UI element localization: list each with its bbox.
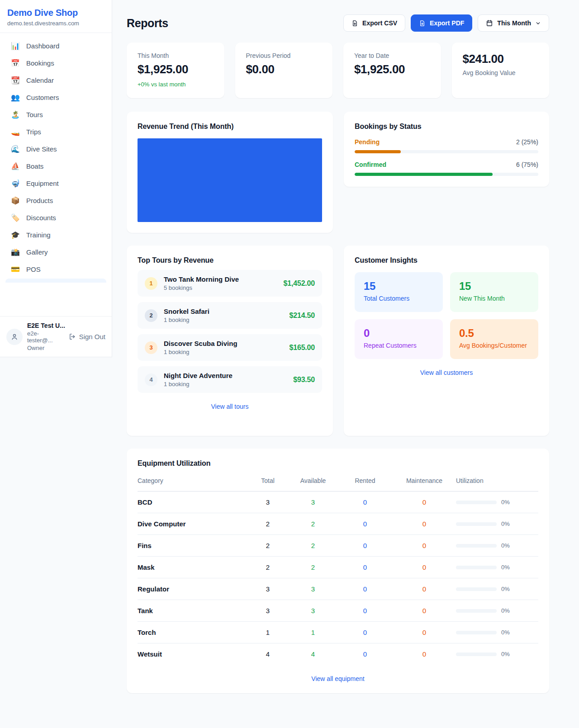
sidebar-item-boats[interactable]: ⛵ Boats [5, 158, 106, 175]
sidebar-item-equipment[interactable]: 🤿 Equipment [5, 175, 106, 192]
view-all-tours-link[interactable]: View all tours [138, 403, 322, 410]
sidebar-item-dive-sites[interactable]: 🌊 Dive Sites [5, 141, 106, 157]
stat-value: $1,925.00 [138, 62, 214, 76]
tour-row[interactable]: 4 Night Dive Adventure 1 booking $93.50 [138, 366, 322, 393]
stat-label: This Month [138, 52, 214, 59]
utilization-cell: 0% [456, 499, 538, 506]
sidebar-item-dashboard[interactable]: 📊 Dashboard [5, 38, 106, 54]
camera-icon: 📸 [11, 249, 20, 256]
tile-label: New This Month [459, 295, 529, 302]
utilization-bar [456, 652, 497, 656]
sidebar-item-bookings[interactable]: 📅 Bookings [5, 55, 106, 71]
tour-name: Night Dive Adventure [164, 372, 233, 379]
cell-available: 3 [289, 600, 337, 622]
stat-value: $0.00 [246, 62, 322, 76]
tour-bookings: 1 booking [164, 381, 233, 388]
utilization-cell: 0% [456, 629, 538, 636]
top-tours-card: Top Tours by Revenue 1 Two Tank Morning … [127, 246, 333, 436]
export-csv-button[interactable]: Export CSV [343, 14, 405, 32]
status-label: Pending [355, 138, 380, 146]
diving-mask-icon: 🤿 [11, 180, 20, 187]
cell-category: Regulator [138, 578, 247, 600]
utilization-percent: 0% [501, 651, 510, 657]
credit-card-icon: 💳 [11, 266, 20, 273]
tour-row[interactable]: 3 Discover Scuba Diving 1 booking $165.0… [138, 334, 322, 361]
tour-bookings: 1 booking [164, 317, 209, 323]
period-dropdown[interactable]: This Month [478, 14, 549, 32]
cell-available: 3 [289, 492, 337, 513]
sidebar-item-pos[interactable]: 💳 POS [5, 261, 106, 278]
cell-maintenance: 0 [393, 578, 456, 600]
bookings-by-status-title: Bookings by Status [355, 123, 538, 131]
sidebar-active-item-partial[interactable] [5, 279, 106, 283]
view-all-customers-link[interactable]: View all customers [355, 369, 538, 376]
revenue-trend-card: Revenue Trend (This Month) [127, 112, 333, 233]
stat-card-year-to-date: Year to Date $1,925.00 [343, 43, 441, 98]
rank-badge: 4 [145, 373, 157, 386]
cell-rented: 0 [337, 535, 393, 557]
utilization-percent: 0% [501, 586, 510, 592]
export-pdf-button[interactable]: Export PDF [411, 14, 472, 32]
stat-card-avg-booking-value: $241.00 Avg Booking Value [452, 43, 550, 98]
tour-row[interactable]: 2 Snorkel Safari 1 booking $214.50 [138, 302, 322, 329]
tour-name: Two Tank Morning Dive [164, 275, 239, 283]
sidebar-item-training[interactable]: 🎓 Training [5, 227, 106, 243]
stat-label: Previous Period [246, 52, 322, 59]
user-block: E2E Test U... e2e-tester@... Owner Sign … [0, 316, 112, 357]
sidebar-item-calendar[interactable]: 📆 Calendar [5, 72, 106, 89]
cell-rented: 0 [337, 600, 393, 622]
table-row: Regulator 3 3 0 0 0% [138, 578, 538, 600]
cell-category: Dive Computer [138, 513, 247, 535]
cell-available: 2 [289, 513, 337, 535]
cell-available: 3 [289, 578, 337, 600]
speedboat-icon: 🚤 [11, 128, 20, 136]
equipment-table: Category Total Available Rented Maintena… [138, 473, 538, 665]
sidebar-item-label: Dive Sites [26, 145, 57, 153]
tour-revenue: $165.00 [290, 344, 315, 352]
wave-icon: 🌊 [11, 146, 20, 153]
cell-category: BCD [138, 492, 247, 513]
cell-available: 4 [289, 643, 337, 665]
cell-category: Torch [138, 622, 247, 643]
sidebar-item-label: Equipment [26, 180, 59, 187]
sidebar-item-products[interactable]: 📦 Products [5, 192, 106, 209]
sidebar-item-label: Products [26, 197, 53, 204]
tile-repeat-customers: 0 Repeat Customers [355, 319, 443, 359]
sidebar-item-label: Training [26, 231, 51, 239]
view-all-equipment-link[interactable]: View all equipment [138, 675, 538, 682]
table-row: Dive Computer 2 2 0 0 0% [138, 513, 538, 535]
sidebar-item-gallery[interactable]: 📸 Gallery [5, 244, 106, 260]
sidebar-item-label: Dashboard [26, 42, 59, 50]
user-avatar [6, 329, 23, 345]
utilization-percent: 0% [501, 542, 510, 549]
cell-rented: 0 [337, 643, 393, 665]
tour-name: Snorkel Safari [164, 307, 209, 315]
sidebar-item-trips[interactable]: 🚤 Trips [5, 123, 106, 140]
sidebar-item-tours[interactable]: 🏝️ Tours [5, 106, 106, 123]
sidebar-item-label: Calendar [26, 76, 54, 84]
reports-page: Demo Dive Shop demo.test.divestreams.com… [0, 0, 579, 728]
tile-label: Avg Bookings/Customer [459, 342, 529, 349]
cell-rented: 0 [337, 557, 393, 578]
sailboat-icon: ⛵ [11, 163, 20, 170]
sidebar-item-customers[interactable]: 👥 Customers [5, 89, 106, 106]
cell-category: Mask [138, 557, 247, 578]
sidebar-item-label: POS [26, 265, 41, 273]
utilization-bar [456, 631, 497, 634]
stat-card-previous-period: Previous Period $0.00 [235, 43, 333, 98]
rank-badge: 3 [145, 341, 157, 354]
sidebar-item-label: Tours [26, 111, 43, 118]
sidebar-item-label: Boats [26, 162, 43, 170]
charts-row: Revenue Trend (This Month) Bookings by S… [127, 112, 549, 233]
utilization-percent: 0% [501, 564, 510, 571]
price-tag-icon: 🏷️ [11, 214, 20, 222]
cell-total: 1 [247, 622, 289, 643]
sign-out-button[interactable]: Sign Out [69, 333, 105, 340]
cell-maintenance: 0 [393, 643, 456, 665]
status-count: 6 (75%) [516, 161, 538, 168]
tour-row[interactable]: 1 Two Tank Morning Dive 5 bookings $1,45… [138, 270, 322, 297]
table-row: Wetsuit 4 4 0 0 0% [138, 643, 538, 665]
column-header: Total [247, 473, 289, 492]
sidebar-item-discounts[interactable]: 🏷️ Discounts [5, 209, 106, 226]
brand-block: Demo Dive Shop demo.test.divestreams.com [0, 0, 112, 33]
